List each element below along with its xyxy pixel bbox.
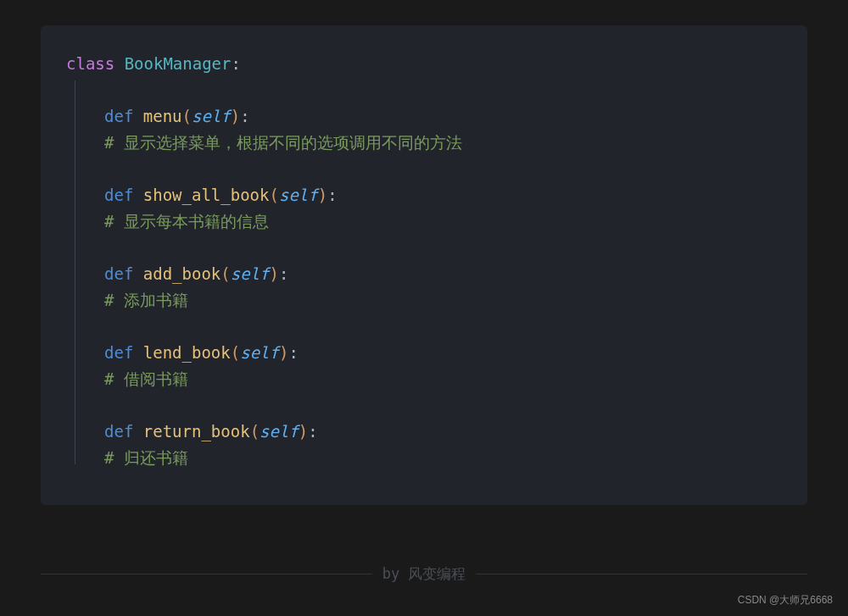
method-name: return_book bbox=[143, 422, 250, 441]
method-def-add-book: def add_book(self): bbox=[104, 261, 782, 287]
indent-guide bbox=[75, 80, 75, 464]
footer-text: by 风变编程 bbox=[372, 564, 477, 584]
code-block: class BookManager: def menu(self): # 显示选… bbox=[41, 25, 807, 505]
method-def-show-all-book: def show_all_book(self): bbox=[104, 182, 782, 208]
method-comment-lend-book: # 借阅书籍 bbox=[104, 366, 782, 392]
method-comment-add-book: # 添加书籍 bbox=[104, 287, 782, 314]
method-comment-show-all-book: # 显示每本书籍的信息 bbox=[104, 208, 782, 235]
comment-text: 借阅书籍 bbox=[124, 369, 188, 388]
blank-line bbox=[104, 235, 782, 261]
blank-line bbox=[104, 156, 782, 182]
self-param: self bbox=[192, 107, 231, 125]
blank-line bbox=[104, 314, 782, 340]
self-param: self bbox=[240, 343, 279, 362]
divider-line-left bbox=[41, 574, 372, 574]
method-comment-menu: # 显示选择菜单，根据不同的选项调用不同的方法 bbox=[104, 130, 782, 156]
method-name: add_book bbox=[143, 264, 221, 283]
divider-line-right bbox=[476, 574, 807, 574]
comment-text: 显示每本书籍的信息 bbox=[124, 212, 269, 230]
self-param: self bbox=[231, 264, 270, 283]
comment-text: 添加书籍 bbox=[124, 291, 188, 309]
def-keyword: def bbox=[104, 422, 133, 441]
self-param: self bbox=[259, 422, 298, 441]
def-keyword: def bbox=[104, 343, 133, 362]
def-keyword: def bbox=[104, 186, 133, 204]
blank-line bbox=[104, 77, 782, 103]
method-name: menu bbox=[143, 107, 182, 125]
method-name: show_all_book bbox=[143, 186, 270, 204]
method-comment-return-book: # 归还书籍 bbox=[104, 445, 782, 471]
class-keyword: class bbox=[66, 54, 114, 73]
watermark: CSDN @大师兄6668 bbox=[738, 593, 833, 608]
def-keyword: def bbox=[104, 107, 133, 125]
method-name: lend_book bbox=[143, 343, 231, 362]
footer-divider: by 风变编程 bbox=[41, 564, 807, 584]
class-body: def menu(self): # 显示选择菜单，根据不同的选项调用不同的方法 … bbox=[104, 77, 782, 471]
comment-text: 显示选择菜单，根据不同的选项调用不同的方法 bbox=[124, 133, 462, 152]
class-declaration: class BookManager: bbox=[66, 51, 782, 77]
def-keyword: def bbox=[104, 264, 133, 283]
blank-line bbox=[104, 392, 782, 419]
self-param: self bbox=[279, 186, 318, 204]
comment-text: 归还书籍 bbox=[124, 448, 188, 467]
class-name: BookManager bbox=[125, 54, 232, 73]
method-def-return-book: def return_book(self): bbox=[104, 419, 782, 445]
method-def-menu: def menu(self): bbox=[104, 103, 782, 130]
method-def-lend-book: def lend_book(self): bbox=[104, 340, 782, 366]
